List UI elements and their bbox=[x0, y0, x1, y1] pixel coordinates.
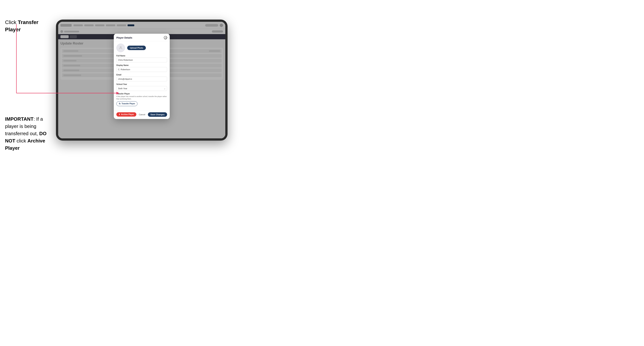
school-year-group: School Year First Year Second Year Third… bbox=[116, 83, 167, 91]
school-year-label: School Year bbox=[116, 83, 167, 85]
modal-header: Player Details × bbox=[114, 34, 170, 41]
footer-right: Cancel Save Changes bbox=[138, 112, 167, 117]
click-instruction: Click Transfer Player bbox=[5, 19, 56, 33]
archive-icon: ⬆ bbox=[118, 113, 120, 115]
display-name-group: Display Name bbox=[116, 64, 167, 72]
full-name-label: Full Name bbox=[116, 55, 167, 57]
transfer-button-label: Transfer Player bbox=[122, 103, 135, 105]
email-input[interactable] bbox=[116, 77, 167, 81]
tablet-frame: Update Roster bbox=[56, 19, 228, 141]
transfer-section: Transfer Player If this player has moved… bbox=[116, 93, 167, 106]
important-label: IMPORTANT bbox=[5, 116, 34, 122]
save-changes-button[interactable]: Save Changes bbox=[148, 112, 167, 117]
svg-point-3 bbox=[120, 46, 121, 48]
archive-player-button[interactable]: ⬆ Archive Player bbox=[116, 112, 136, 117]
avatar bbox=[116, 44, 125, 52]
instruction-area: Click Transfer Player bbox=[5, 19, 56, 37]
modal-close-button[interactable]: × bbox=[164, 36, 167, 39]
modal-overlay: Player Details × Upload Pho bbox=[58, 22, 225, 138]
modal-footer: ⬆ Archive Player Cancel Save Changes bbox=[114, 110, 170, 119]
important-instruction: IMPORTANT: If a player is being transfer… bbox=[5, 115, 56, 152]
school-year-select-wrapper: First Year Second Year Third Year Fourth… bbox=[116, 86, 167, 91]
display-name-label: Display Name bbox=[116, 64, 167, 66]
tablet-screen: Update Roster bbox=[58, 22, 225, 138]
person-icon bbox=[118, 46, 123, 50]
click-highlight: Transfer Player bbox=[5, 19, 38, 32]
email-group: Email bbox=[116, 74, 167, 81]
email-label: Email bbox=[116, 74, 167, 76]
transfer-label: Transfer Player bbox=[116, 93, 167, 95]
transfer-player-button[interactable]: ↻ Transfer Player bbox=[116, 101, 138, 106]
transfer-icon: ↻ bbox=[119, 102, 121, 105]
upload-photo-button[interactable]: Upload Photo bbox=[127, 46, 146, 50]
full-name-group: Full Name bbox=[116, 55, 167, 62]
modal-title: Player Details bbox=[116, 36, 132, 39]
archive-text: click bbox=[15, 138, 28, 144]
transfer-description: If this player has moved to another scho… bbox=[116, 95, 167, 100]
cancel-button[interactable]: Cancel bbox=[138, 112, 147, 117]
photo-section: Upload Photo bbox=[116, 44, 167, 52]
modal-body: Upload Photo Full Name Display Name bbox=[114, 41, 170, 110]
player-details-modal: Player Details × Upload Pho bbox=[114, 34, 170, 119]
archive-button-label: Archive Player bbox=[121, 113, 134, 115]
display-name-input[interactable] bbox=[116, 67, 167, 72]
full-name-input[interactable] bbox=[116, 58, 167, 62]
school-year-select[interactable]: First Year Second Year Third Year Fourth… bbox=[116, 86, 167, 91]
